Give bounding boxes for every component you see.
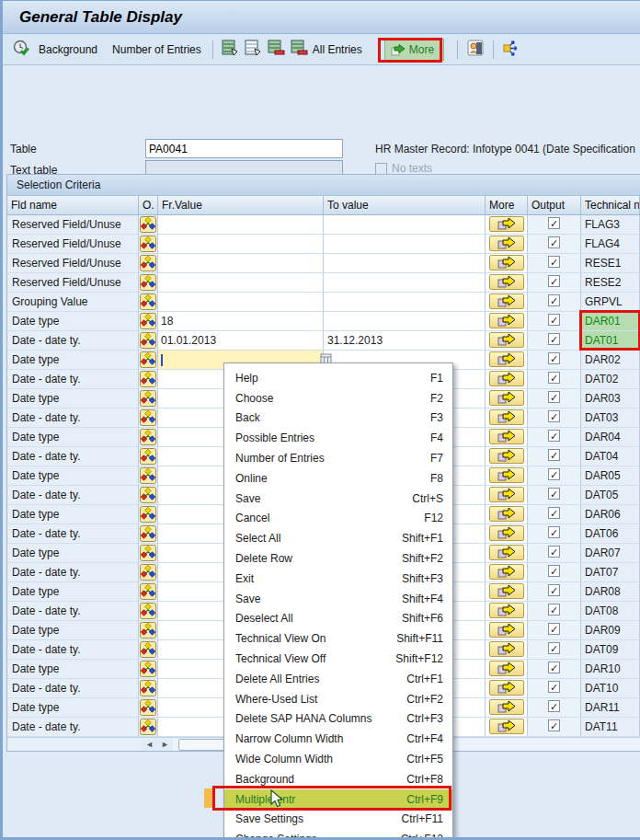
selection-option-cell[interactable] xyxy=(139,215,158,235)
more-options-button[interactable] xyxy=(489,313,524,328)
output-checkbox[interactable]: ✓ xyxy=(548,507,560,519)
selection-option-cell[interactable] xyxy=(139,273,158,293)
technical-name-cell[interactable]: RESE2 xyxy=(581,273,640,293)
output-checkbox[interactable]: ✓ xyxy=(548,488,560,500)
more-options-button[interactable] xyxy=(489,429,524,444)
menu-item[interactable]: Save Shift+F4 xyxy=(224,589,452,609)
selection-option-cell[interactable] xyxy=(139,698,158,718)
selection-option-cell[interactable] xyxy=(139,524,158,544)
more-options-button[interactable] xyxy=(489,332,524,348)
selection-option-cell[interactable] xyxy=(139,563,158,582)
menu-item[interactable]: Online F8 xyxy=(224,468,452,489)
field-name-cell[interactable]: Date - date ty. xyxy=(7,563,139,582)
technical-name-cell[interactable]: DAT02 xyxy=(581,370,640,389)
output-checkbox[interactable]: ✓ xyxy=(548,352,560,364)
field-name-cell[interactable]: Reserved Field/Unuse xyxy=(7,254,139,273)
technical-name-cell[interactable]: DAR08 xyxy=(581,582,640,602)
more-options-button[interactable] xyxy=(489,236,524,251)
field-name-cell[interactable]: Date - date ty. xyxy=(7,331,139,351)
more-options-button[interactable] xyxy=(489,255,524,270)
to-value-cell[interactable] xyxy=(324,235,486,254)
selection-option-cell[interactable] xyxy=(139,582,158,602)
output-checkbox[interactable]: ✓ xyxy=(548,681,560,693)
more-options-button[interactable] xyxy=(489,583,524,599)
selection-option-cell[interactable] xyxy=(139,254,158,273)
field-name-cell[interactable]: Reserved Field/Unuse xyxy=(7,235,139,254)
selection-option-cell[interactable] xyxy=(139,408,158,428)
output-checkbox[interactable]: ✓ xyxy=(548,700,560,712)
field-name-cell[interactable]: Reserved Field/Unuse xyxy=(7,215,139,235)
technical-name-cell[interactable]: DAR07 xyxy=(581,544,640,563)
menu-item[interactable]: Help F1 xyxy=(224,368,452,388)
from-value-cell[interactable] xyxy=(158,215,324,235)
technical-name-cell[interactable]: DAR02 xyxy=(581,351,640,370)
more-options-button[interactable] xyxy=(489,216,524,232)
output-checkbox[interactable]: ✓ xyxy=(548,294,560,306)
technical-name-cell[interactable]: DAR10 xyxy=(581,660,640,679)
selection-option-cell[interactable] xyxy=(139,235,158,254)
menu-item[interactable]: Narrow Column Width Ctrl+F4 xyxy=(224,729,452,749)
more-options-button[interactable] xyxy=(489,390,524,406)
technical-name-cell[interactable]: DAR05 xyxy=(581,466,640,486)
technical-name-cell[interactable]: FLAG3 xyxy=(581,215,640,235)
to-value-cell[interactable] xyxy=(324,293,486,312)
col-header-option[interactable]: O. xyxy=(139,196,158,214)
selection-option-cell[interactable] xyxy=(139,389,158,408)
output-checkbox[interactable]: ✓ xyxy=(548,468,560,480)
more-button[interactable]: More xyxy=(384,39,444,61)
menu-item[interactable]: Back F3 xyxy=(224,408,452,429)
more-options-button[interactable] xyxy=(489,409,524,425)
more-options-button[interactable] xyxy=(489,351,524,367)
selection-option-cell[interactable] xyxy=(139,602,158,621)
selection-option-cell[interactable] xyxy=(139,640,158,660)
selection-option-cell[interactable] xyxy=(139,679,158,698)
deselect-block-icon[interactable] xyxy=(268,40,285,60)
selection-option-cell[interactable] xyxy=(139,718,158,737)
more-options-button[interactable] xyxy=(489,680,524,696)
menu-item[interactable]: Save Ctrl+S xyxy=(224,489,452,509)
selection-option-cell[interactable] xyxy=(139,486,158,505)
field-name-cell[interactable]: Date - date ty. xyxy=(7,370,139,389)
technical-name-cell[interactable]: DAR01 xyxy=(581,312,640,331)
output-checkbox[interactable]: ✓ xyxy=(548,314,560,326)
field-name-cell[interactable]: Date type xyxy=(7,660,139,679)
selection-option-cell[interactable] xyxy=(139,447,158,466)
selection-option-cell[interactable] xyxy=(139,312,158,331)
execute-with-timer-icon[interactable] xyxy=(12,39,30,60)
output-checkbox[interactable]: ✓ xyxy=(548,565,560,577)
scroll-left-button[interactable]: ◄ xyxy=(142,739,157,751)
menu-item[interactable]: Select All Shift+F1 xyxy=(224,528,452,548)
output-checkbox[interactable]: ✓ xyxy=(548,526,560,538)
selection-option-cell[interactable] xyxy=(139,466,158,486)
selection-option-cell[interactable] xyxy=(139,293,158,312)
selection-option-cell[interactable] xyxy=(139,505,158,524)
technical-name-cell[interactable]: GRPVL xyxy=(581,293,640,312)
more-options-button[interactable] xyxy=(489,564,524,580)
output-checkbox[interactable]: ✓ xyxy=(548,236,560,248)
field-name-cell[interactable]: Date type xyxy=(7,582,139,602)
selection-option-cell[interactable] xyxy=(139,428,158,447)
to-value-cell[interactable] xyxy=(324,254,486,273)
more-options-button[interactable] xyxy=(489,525,524,541)
col-header-output[interactable]: Output xyxy=(528,196,581,214)
to-value-cell[interactable]: 31.12.2013 xyxy=(324,331,486,351)
more-options-button[interactable] xyxy=(489,641,524,657)
output-checkbox[interactable]: ✓ xyxy=(548,546,560,558)
menu-item[interactable]: Exit Shift+F3 xyxy=(224,569,452,589)
col-header-more[interactable]: More xyxy=(486,196,528,214)
field-name-cell[interactable]: Date type xyxy=(7,544,139,563)
from-value-cell[interactable] xyxy=(158,273,324,293)
output-checkbox[interactable]: ✓ xyxy=(548,662,560,673)
more-options-button[interactable] xyxy=(489,487,524,502)
technical-name-cell[interactable]: DAT03 xyxy=(581,408,640,428)
technical-name-cell[interactable]: DAT10 xyxy=(581,679,640,698)
more-options-button[interactable] xyxy=(489,622,524,638)
menu-item[interactable]: Possible Entries F4 xyxy=(224,428,452,448)
menu-item[interactable]: Wide Column Width Ctrl+F5 xyxy=(224,749,452,769)
more-options-button[interactable] xyxy=(489,661,524,676)
technical-name-cell[interactable]: DAR06 xyxy=(581,505,640,524)
field-name-cell[interactable]: Grouping Value xyxy=(7,293,139,312)
more-options-button[interactable] xyxy=(489,719,524,734)
output-checkbox[interactable]: ✓ xyxy=(548,217,560,229)
technical-name-cell[interactable]: DAR04 xyxy=(581,428,640,447)
